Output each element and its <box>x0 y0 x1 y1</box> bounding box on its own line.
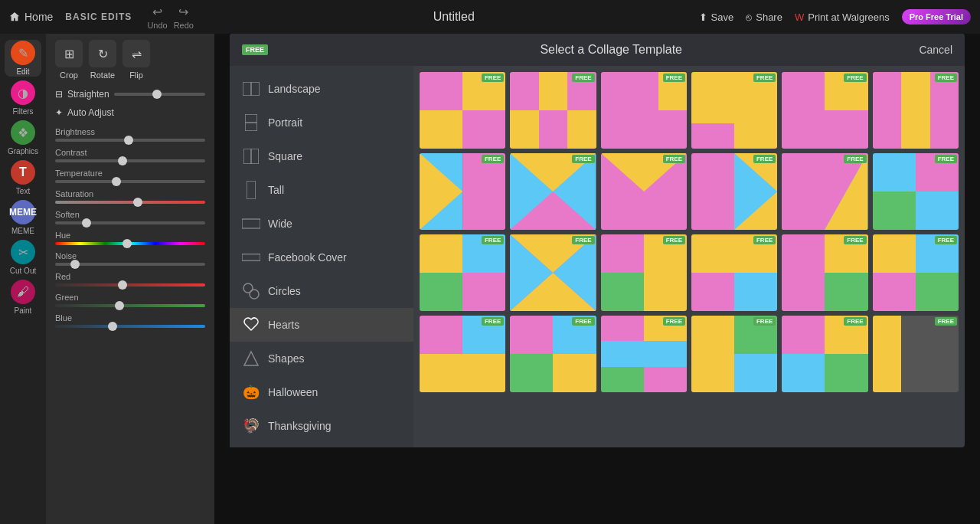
pro-trial-badge[interactable]: Pro Free Trial <box>902 9 971 25</box>
document-title: Untitled <box>209 10 699 24</box>
category-halloween[interactable]: 🎃 Halloween <box>230 375 413 409</box>
auto-adjust-row[interactable]: ✦ Auto Adjust <box>55 107 205 118</box>
template-item[interactable]: FREE <box>420 153 505 230</box>
category-portrait[interactable]: Portrait <box>230 106 413 139</box>
category-wide[interactable]: Wide <box>230 207 413 241</box>
category-thanksgiving[interactable]: 🦃 Thanksgiving <box>230 409 413 443</box>
cancel-button[interactable]: Cancel <box>919 44 952 56</box>
template-item[interactable]: FREE <box>873 153 959 230</box>
sidebar-item-paint[interactable]: 🖌 Paint <box>5 279 41 316</box>
template-item[interactable]: FREE <box>510 234 596 311</box>
template-item[interactable]: FREE <box>601 316 687 392</box>
temperature-slider[interactable]: Temperature <box>55 169 205 183</box>
sidebar-item-graphics[interactable]: ❖ Graphics <box>5 120 41 156</box>
category-landscape[interactable]: Landscape <box>230 72 413 106</box>
template-item[interactable]: FREE <box>691 72 777 149</box>
noise-slider[interactable]: Noise <box>55 251 205 266</box>
category-hearts[interactable]: Hearts <box>230 308 413 342</box>
thanksgiving-icon: 🦃 <box>242 417 260 435</box>
modal-overlay: FREE Select a Collage Template Cancel La… <box>214 34 980 524</box>
home-label: Home <box>24 11 53 23</box>
template-item[interactable]: FREE <box>782 234 867 311</box>
template-item[interactable]: FREE <box>601 234 687 311</box>
template-item[interactable]: FREE <box>601 72 687 149</box>
print-button[interactable]: WPrint at Walgreens <box>795 11 890 23</box>
home-button[interactable]: Home <box>9 11 53 23</box>
topbar: Home BASIC EDITS ↩ Undo ↪ Redo Untitled … <box>0 0 980 34</box>
template-item[interactable]: FREE <box>873 316 959 392</box>
redo-button[interactable]: ↪ Redo <box>174 5 194 30</box>
save-button[interactable]: ⬆Save <box>699 11 734 23</box>
collage-template-modal: FREE Select a Collage Template Cancel La… <box>230 34 965 447</box>
category-list: Landscape Portrait Square <box>230 66 413 447</box>
saturation-slider[interactable]: Saturation <box>55 189 205 204</box>
svg-rect-8 <box>242 254 260 261</box>
wide-icon <box>242 215 260 233</box>
category-tall[interactable]: Tall <box>230 173 413 207</box>
template-item[interactable]: FREE <box>420 72 505 149</box>
left-sidebar: ✎ Edit ◑ Filters ❖ Graphics T Text MEME … <box>0 34 46 524</box>
template-item[interactable]: FREE <box>510 153 596 230</box>
tools-panel: ⊞ Crop ↻ Rotate ⇌ Flip ⊟ Straighten ✦ Au… <box>46 34 214 524</box>
hearts-icon <box>242 316 260 334</box>
template-item[interactable]: FREE <box>782 153 867 230</box>
undo-redo-group: ↩ Undo ↪ Redo <box>147 5 194 30</box>
template-item[interactable]: FREE <box>782 72 867 149</box>
svg-rect-7 <box>242 219 260 228</box>
template-item[interactable]: FREE <box>782 316 867 392</box>
svg-rect-13 <box>462 153 505 230</box>
category-circles[interactable]: Circles <box>230 274 413 308</box>
rotate-button[interactable]: ↻ Rotate <box>89 40 116 80</box>
landscape-icon <box>242 80 260 98</box>
template-item[interactable]: FREE <box>510 72 596 149</box>
straighten-row[interactable]: ⊟ Straighten <box>55 89 205 100</box>
flip-button[interactable]: ⇌ Flip <box>122 40 150 80</box>
green-slider[interactable]: Green <box>55 293 205 307</box>
category-shapes[interactable]: Shapes <box>230 342 413 375</box>
hue-slider[interactable]: Hue <box>55 231 205 245</box>
soften-slider[interactable]: Soften <box>55 210 205 224</box>
sidebar-item-cutout[interactable]: ✂ Cut Out <box>5 239 41 276</box>
facebook-cover-icon <box>242 248 260 267</box>
modal-header: FREE Select a Collage Template Cancel <box>230 34 965 66</box>
modal-body: Landscape Portrait Square <box>230 66 965 447</box>
svg-rect-20 <box>691 153 734 230</box>
share-button[interactable]: ⎋Share <box>746 11 782 23</box>
sidebar-item-filters[interactable]: ◑ Filters <box>5 80 41 116</box>
svg-marker-11 <box>244 352 258 365</box>
halloween-icon: 🎃 <box>242 383 260 401</box>
portrait-icon <box>242 113 260 132</box>
topbar-actions: ⬆Save ⎋Share WPrint at Walgreens Pro Fre… <box>699 9 971 25</box>
template-item[interactable]: FREE <box>510 316 596 392</box>
template-item[interactable]: FREE <box>420 234 505 311</box>
template-item[interactable]: FREE <box>691 234 777 311</box>
sidebar-item-text[interactable]: T Text <box>5 159 41 196</box>
category-square[interactable]: Square <box>230 139 413 173</box>
red-slider[interactable]: Red <box>55 272 205 287</box>
svg-point-10 <box>250 290 259 299</box>
header-free-badge: FREE <box>242 44 268 55</box>
svg-rect-6 <box>247 181 256 199</box>
category-facebook-cover[interactable]: Facebook Cover <box>230 241 413 274</box>
template-item[interactable]: FREE <box>691 316 777 392</box>
circles-icon <box>242 282 260 300</box>
template-item[interactable]: FREE <box>691 153 777 230</box>
modal-title: Select a Collage Template <box>303 43 919 57</box>
sidebar-item-edit[interactable]: ✎ Edit <box>5 40 41 77</box>
template-item[interactable]: FREE <box>873 234 959 311</box>
sidebar-item-meme[interactable]: MEME MEME <box>5 199 41 236</box>
template-item[interactable]: FREE <box>601 153 687 230</box>
undo-button[interactable]: ↩ Undo <box>147 5 167 30</box>
template-item[interactable]: FREE <box>420 316 505 392</box>
tall-icon <box>242 181 260 199</box>
square-icon <box>242 147 260 165</box>
contrast-slider[interactable]: Contrast <box>55 148 205 162</box>
crop-button[interactable]: ⊞ Crop <box>55 40 83 80</box>
brightness-slider[interactable]: Brightness <box>55 127 205 142</box>
category-christmas[interactable]: 🎄 Christmas <box>230 443 413 447</box>
section-label: BASIC EDITS <box>65 11 132 22</box>
shapes-icon <box>242 349 260 368</box>
template-grid: FREE FREE FREE <box>413 66 965 447</box>
template-item[interactable]: FREE <box>873 72 959 149</box>
blue-slider[interactable]: Blue <box>55 313 205 328</box>
